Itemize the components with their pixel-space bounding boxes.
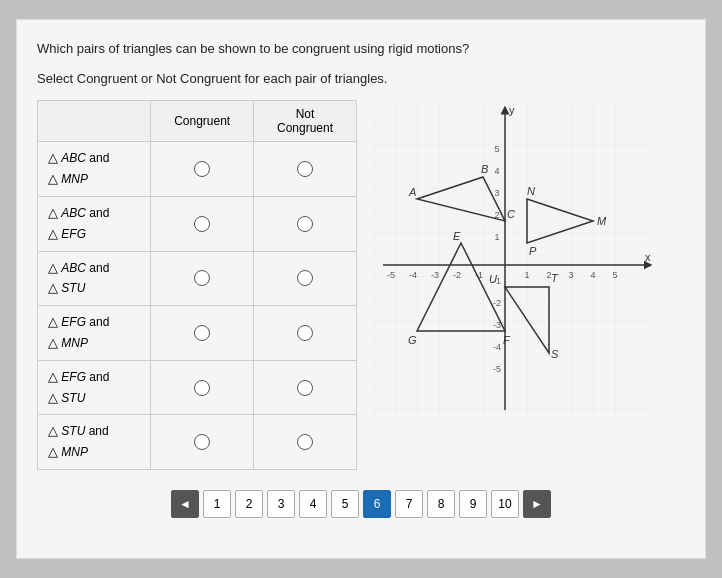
x-axis-label: x: [645, 251, 651, 263]
point-e-label: E: [453, 230, 461, 242]
table-section: Congruent NotCongruent △ ABC and △ MNP: [37, 100, 357, 470]
svg-text:3: 3: [568, 270, 573, 280]
pair-label-2: △ ABC and △ EFG: [38, 196, 151, 251]
pair-label-1: △ ABC and △ MNP: [38, 142, 151, 197]
pair-label-6: △ STU and △ MNP: [38, 415, 151, 470]
table-row: △ EFG and △ STU: [38, 360, 357, 415]
svg-text:3: 3: [494, 188, 499, 198]
svg-text:5: 5: [612, 270, 617, 280]
svg-text:-4: -4: [493, 342, 501, 352]
svg-text:1: 1: [524, 270, 529, 280]
svg-text:-3: -3: [431, 270, 439, 280]
radio-not-congruent-5[interactable]: [254, 360, 357, 415]
point-p-label: P: [529, 245, 537, 257]
page-btn-3[interactable]: 3: [267, 490, 295, 518]
col-header-pairs: [38, 101, 151, 142]
page-btn-10[interactable]: 10: [491, 490, 519, 518]
pair-label-3: △ ABC and △ STU: [38, 251, 151, 306]
main-content: Congruent NotCongruent △ ABC and △ MNP: [37, 100, 685, 470]
coordinate-graph: x y -5 -4 -3 -2 -1 1 2 3 4 5 5 4 3 2 1 -…: [373, 100, 653, 420]
radio-not-congruent-4[interactable]: [254, 306, 357, 361]
prev-button[interactable]: ◄: [171, 490, 199, 518]
radio-not-congruent-2[interactable]: [254, 196, 357, 251]
table-row: △ ABC and △ EFG: [38, 196, 357, 251]
point-m-label: M: [597, 215, 607, 227]
radio-not-congruent-6[interactable]: [254, 415, 357, 470]
radio-congruent-1[interactable]: [151, 142, 254, 197]
y-axis-label: y: [509, 104, 515, 116]
pair-label-5: △ EFG and △ STU: [38, 360, 151, 415]
point-n-label: N: [527, 185, 535, 197]
question-text: Which pairs of triangles can be shown to…: [37, 40, 685, 58]
point-c-label: C: [507, 208, 515, 220]
radio-not-congruent-3[interactable]: [254, 251, 357, 306]
svg-text:4: 4: [590, 270, 595, 280]
radio-congruent-4[interactable]: [151, 306, 254, 361]
point-g-label: G: [408, 334, 417, 346]
page-btn-7[interactable]: 7: [395, 490, 423, 518]
col-header-congruent: Congruent: [151, 101, 254, 142]
graph-section: x y -5 -4 -3 -2 -1 1 2 3 4 5 5 4 3 2 1 -…: [373, 100, 685, 423]
table-row: △ ABC and △ STU: [38, 251, 357, 306]
point-s-label: S: [551, 348, 559, 360]
page-btn-4[interactable]: 4: [299, 490, 327, 518]
page-btn-8[interactable]: 8: [427, 490, 455, 518]
pair-label-4: △ EFG and △ MNP: [38, 306, 151, 361]
svg-text:1: 1: [494, 232, 499, 242]
congruence-table: Congruent NotCongruent △ ABC and △ MNP: [37, 100, 357, 470]
next-button[interactable]: ►: [523, 490, 551, 518]
radio-congruent-6[interactable]: [151, 415, 254, 470]
instruction-text: Select Congruent or Not Congruent for ea…: [37, 70, 685, 88]
page-btn-9[interactable]: 9: [459, 490, 487, 518]
svg-text:-5: -5: [387, 270, 395, 280]
table-row: △ ABC and △ MNP: [38, 142, 357, 197]
table-row: △ STU and △ MNP: [38, 415, 357, 470]
page-btn-6[interactable]: 6: [363, 490, 391, 518]
page-btn-1[interactable]: 1: [203, 490, 231, 518]
svg-text:-5: -5: [493, 364, 501, 374]
page-btn-2[interactable]: 2: [235, 490, 263, 518]
radio-congruent-3[interactable]: [151, 251, 254, 306]
svg-text:5: 5: [494, 144, 499, 154]
svg-rect-0: [373, 100, 653, 420]
col-header-not-congruent: NotCongruent: [254, 101, 357, 142]
svg-text:-4: -4: [409, 270, 417, 280]
table-row: △ EFG and △ MNP: [38, 306, 357, 361]
page-container: Which pairs of triangles can be shown to…: [16, 19, 706, 559]
svg-text:-2: -2: [453, 270, 461, 280]
radio-not-congruent-1[interactable]: [254, 142, 357, 197]
svg-text:-2: -2: [493, 298, 501, 308]
radio-congruent-5[interactable]: [151, 360, 254, 415]
point-u-label: U: [489, 273, 497, 285]
point-a-label: A: [408, 186, 416, 198]
svg-text:4: 4: [494, 166, 499, 176]
page-btn-5[interactable]: 5: [331, 490, 359, 518]
pagination: ◄ 1 2 3 4 5 6 7 8 9 10 ►: [37, 490, 685, 518]
point-b-label: B: [481, 163, 488, 175]
radio-congruent-2[interactable]: [151, 196, 254, 251]
